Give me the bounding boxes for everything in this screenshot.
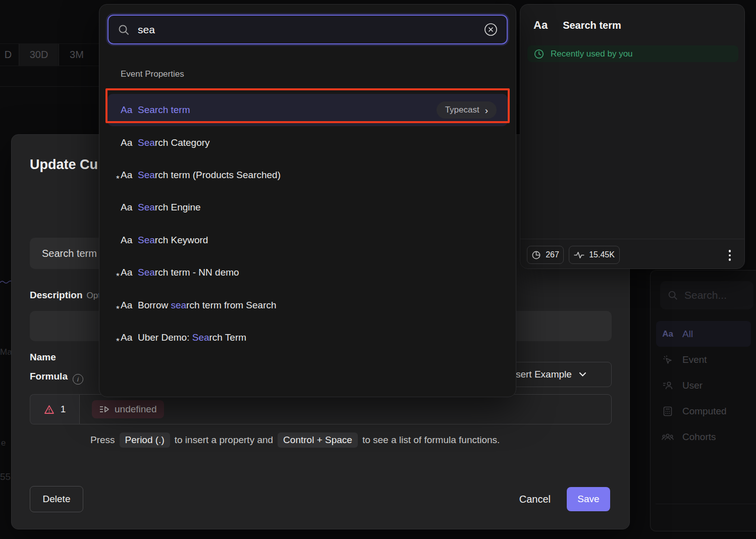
filter-item-label: Cohorts	[682, 432, 716, 443]
property-details-panel: Aa Search term Recently used by you 267 …	[520, 4, 745, 269]
property-search-overlay: Event Properties AaSearch termTypecast›A…	[99, 4, 516, 397]
chart-axis-label: e	[1, 438, 6, 448]
record-count-pill[interactable]: 267	[527, 246, 564, 264]
filter-item-label: Computed	[682, 406, 727, 417]
custom-text-property-icon: Aa*	[121, 267, 138, 278]
property-option[interactable]: AaSearch Keyword	[107, 224, 508, 256]
sidebar-search-placeholder: Search...	[684, 289, 727, 301]
section-header: Event Properties	[121, 69, 184, 79]
modal-footer-actions: Cancel Save	[519, 486, 610, 512]
filter-item-computed[interactable]: Computed	[656, 398, 751, 424]
property-option-label: Uber Demo: Search Term	[138, 332, 246, 343]
aa-icon: Aa	[661, 329, 674, 339]
property-option-label: Search term	[138, 104, 190, 116]
delete-button[interactable]: Delete	[30, 486, 83, 512]
property-search-box	[107, 15, 508, 44]
tab-3m[interactable]: 3M	[59, 44, 94, 66]
property-option[interactable]: AaSearch Engine	[107, 191, 508, 224]
divider	[520, 239, 744, 239]
time-range-tabs: D 30D 3M	[0, 43, 99, 66]
activity-icon	[574, 251, 584, 259]
cancel-button[interactable]: Cancel	[519, 494, 551, 505]
property-option-label: Search Engine	[138, 202, 201, 213]
volume-count-pill[interactable]: 15.45K	[569, 246, 620, 264]
custom-text-property-icon: Aa*	[121, 170, 138, 181]
property-option-label: Search term (Products Searched)	[138, 170, 281, 181]
pie-chart-icon	[531, 250, 541, 260]
chart-line-fragment	[0, 280, 12, 285]
property-title: Search term	[563, 20, 621, 31]
text-property-icon: Aa	[121, 137, 138, 148]
tab-partial[interactable]: D	[0, 44, 17, 66]
property-option[interactable]: Aa*Uber Demo: Search Term	[107, 321, 508, 354]
cohorts-icon	[661, 432, 674, 443]
info-icon[interactable]: i	[73, 374, 83, 385]
property-option-label: Search Keyword	[138, 235, 208, 246]
typecast-token-icon	[99, 405, 110, 413]
tab-30d[interactable]: 30D	[19, 44, 59, 66]
clock-icon	[534, 49, 544, 59]
property-option-label: Search term - NN demo	[138, 267, 239, 278]
search-icon	[118, 24, 130, 36]
filter-item-all[interactable]: AaAll	[656, 321, 751, 347]
formula-error-count: 1	[30, 394, 79, 424]
property-type-filter-list: AaAllEventUserComputedCohorts	[651, 321, 756, 450]
sidebar-search-input[interactable]: Search...	[660, 281, 753, 309]
formula-input[interactable]: undefined	[79, 394, 612, 424]
divider	[656, 504, 756, 504]
text-property-icon: Aa	[121, 202, 138, 213]
key-period: Period (.)	[120, 433, 170, 448]
text-property-icon: Aa	[121, 104, 138, 116]
property-option[interactable]: AaSearch termTypecast›	[107, 94, 508, 126]
filter-item-label: Event	[682, 354, 707, 365]
property-details-header: Aa Search term	[533, 19, 621, 32]
save-button[interactable]: Save	[567, 487, 610, 511]
chevron-down-icon	[579, 372, 586, 377]
modal-title: Update Cu	[30, 157, 98, 173]
formula-hint: Press Period (.) to insert a property an…	[90, 433, 500, 448]
property-option[interactable]: Aa*Search term - NN demo	[107, 256, 508, 289]
filter-item-event[interactable]: Event	[656, 347, 751, 372]
text-property-icon: Aa	[121, 235, 138, 246]
property-option[interactable]: Aa*Borrow search term from Search	[107, 289, 508, 321]
warning-icon	[44, 405, 55, 414]
name-label: Name	[30, 352, 56, 363]
app-window: D 30D 3M May e 55 Search... AaAllEventUs…	[0, 0, 756, 539]
user-icon	[661, 380, 674, 391]
formula-editor: 1 undefined	[30, 394, 612, 424]
key-control-space: Control + Space	[278, 433, 358, 448]
property-search-input[interactable]	[138, 24, 476, 36]
chart-axis-label: 55	[0, 471, 11, 482]
divider	[0, 86, 99, 87]
clear-search-button[interactable]	[484, 23, 498, 36]
property-filter-sidebar: Search... AaAllEventUserComputedCohorts	[650, 270, 756, 531]
custom-text-property-icon: Aa*	[121, 332, 138, 343]
property-option-label: Search Category	[138, 137, 210, 148]
search-icon	[667, 290, 678, 301]
property-option-label: Borrow search term from Search	[138, 300, 277, 311]
more-options-button[interactable]	[723, 248, 737, 263]
formula-label: Formulai	[30, 371, 83, 385]
filter-item-user[interactable]: User	[656, 372, 751, 398]
recently-used-badge: Recently used by you	[527, 45, 738, 62]
filter-item-label: User	[682, 380, 703, 391]
undefined-token-chip[interactable]: undefined	[92, 400, 164, 418]
property-option[interactable]: Aa*Search term (Products Searched)	[107, 159, 508, 191]
computed-icon	[661, 406, 674, 417]
property-results-list: AaSearch termTypecast›AaSearch CategoryA…	[107, 94, 508, 354]
filter-item-label: All	[682, 329, 693, 340]
property-option[interactable]: AaSearch Category	[107, 126, 508, 158]
event-icon	[661, 354, 674, 365]
text-property-icon: Aa	[533, 19, 548, 32]
close-circle-icon	[484, 23, 498, 36]
filter-item-cohorts[interactable]: Cohorts	[656, 424, 751, 450]
typecast-badge[interactable]: Typecast›	[437, 101, 497, 119]
custom-text-property-icon: Aa*	[121, 300, 138, 311]
